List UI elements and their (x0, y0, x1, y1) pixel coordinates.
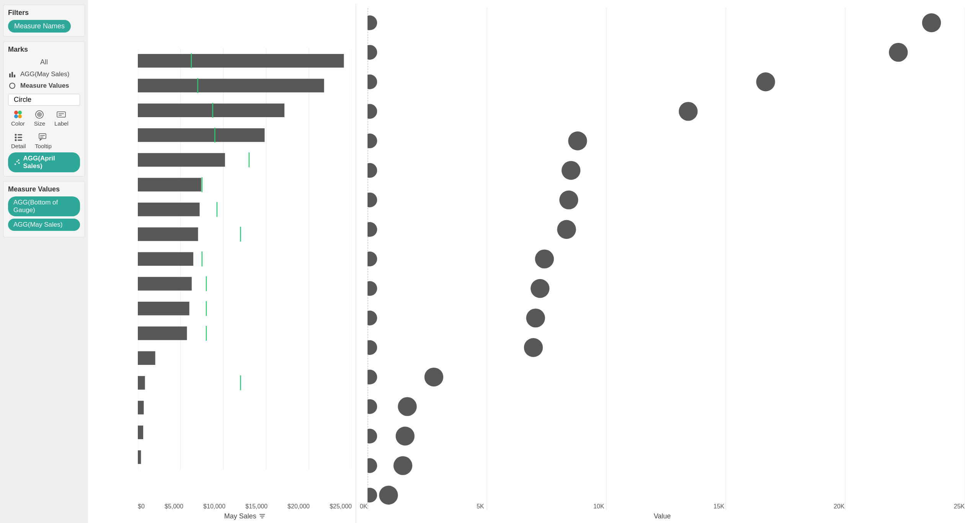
svg-point-19 (15, 139, 17, 141)
bar-tick-label: $0 (138, 503, 145, 510)
may-sales-pill[interactable]: AGG(May Sales) (8, 219, 80, 231)
detail-label: Detail (11, 143, 26, 149)
svg-point-94 (368, 15, 377, 30)
dot-tick-label: 25K (954, 503, 965, 510)
size-label: Size (34, 120, 45, 127)
svg-point-117 (425, 368, 443, 386)
scatter-icon (13, 159, 21, 166)
label-icon (56, 110, 66, 119)
bar-tick-label: $20,000 (287, 503, 310, 510)
svg-point-7 (14, 111, 18, 114)
agg-april-sales-pill[interactable]: AGG(April Sales) (8, 152, 80, 172)
bar-x-label-text: May Sales (224, 512, 256, 520)
bar-chart-panel: ChairsPhonesCopiersStorageMachinesAccess… (96, 4, 356, 523)
dot-x-label-text: Value (654, 512, 671, 520)
svg-rect-57 (138, 227, 198, 241)
svg-point-103 (562, 161, 580, 180)
svg-point-124 (368, 458, 377, 473)
detail-button[interactable]: Detail (8, 131, 29, 151)
svg-rect-23 (39, 134, 46, 139)
svg-rect-66 (138, 302, 189, 315)
svg-point-27 (16, 161, 18, 162)
svg-point-96 (368, 45, 377, 60)
svg-rect-69 (138, 327, 187, 340)
size-button[interactable]: Size (31, 108, 48, 128)
bar-tick-label: $25,000 (330, 503, 352, 510)
chart-container: ChairsPhonesCopiersStorageMachinesAccess… (96, 4, 972, 523)
filters-section: Filters Measure Names (3, 5, 85, 37)
measure-values-label: Measure Values (20, 82, 69, 90)
svg-point-98 (368, 74, 377, 89)
svg-point-100 (368, 104, 377, 119)
svg-rect-36 (138, 54, 344, 68)
svg-point-111 (531, 279, 549, 298)
svg-point-122 (368, 429, 377, 444)
label-button[interactable]: Label (51, 108, 72, 128)
svg-point-108 (368, 222, 377, 237)
svg-point-13 (39, 114, 40, 115)
circle-search-row (8, 94, 80, 106)
tooltip-label: Tooltip (35, 143, 51, 149)
svg-point-120 (368, 399, 377, 414)
filter-icon (259, 513, 266, 520)
marks-all-label: All (8, 57, 80, 69)
svg-point-9 (14, 114, 18, 118)
color-button[interactable]: Color (8, 108, 28, 128)
svg-point-11 (36, 111, 43, 118)
svg-point-107 (557, 220, 576, 239)
svg-point-95 (889, 43, 908, 62)
bar-tick-label: $15,000 (245, 503, 268, 510)
svg-rect-77 (138, 401, 144, 415)
bar-chart-icon (8, 70, 16, 78)
bottom-of-gauge-pill[interactable]: AGG(Bottom of Gauge) (8, 196, 80, 216)
svg-rect-14 (57, 112, 65, 117)
svg-point-101 (568, 131, 587, 150)
bar-x-axis-label: May Sales (138, 510, 352, 520)
dot-tick-label: 5K (477, 503, 484, 510)
svg-point-93 (922, 13, 941, 32)
svg-rect-79 (138, 425, 143, 439)
svg-point-12 (38, 113, 41, 116)
svg-point-106 (368, 193, 377, 208)
dot-tick-label: 10K (593, 503, 604, 510)
svg-rect-74 (138, 376, 145, 390)
svg-rect-22 (18, 140, 22, 141)
label-label: Label (54, 120, 69, 127)
dot-chart-panel: 0K5K10K15K20K25K Value (356, 4, 972, 523)
svg-point-3 (10, 83, 15, 88)
tooltip-button[interactable]: Tooltip (32, 131, 54, 151)
measure-values-section: Measure Values AGG(Bottom of Gauge) AGG(… (3, 181, 85, 237)
chart-panels: ChairsPhonesCopiersStorageMachinesAccess… (96, 4, 972, 523)
svg-rect-63 (138, 277, 192, 291)
svg-point-105 (559, 191, 578, 209)
svg-rect-48 (138, 153, 225, 167)
svg-point-125 (379, 486, 398, 505)
dot-x-axis-label: Value (360, 510, 965, 520)
svg-rect-60 (138, 252, 193, 266)
main-chart-area: ChairsPhonesCopiersStorageMachinesAccess… (88, 0, 980, 523)
marks-buttons-row2: Detail Tooltip (8, 131, 80, 151)
svg-rect-0 (9, 74, 11, 77)
bar-x-axis-ticks: $0$5,000$10,000$15,000$20,000$25,000 (138, 503, 352, 510)
svg-point-29 (18, 159, 20, 161)
svg-point-8 (18, 111, 22, 114)
size-icon (34, 110, 44, 119)
measure-names-filter[interactable]: Measure Names (8, 20, 71, 33)
svg-rect-39 (138, 79, 324, 93)
svg-point-123 (394, 456, 412, 475)
svg-point-10 (18, 114, 22, 118)
svg-point-121 (396, 427, 415, 445)
color-label: Color (11, 120, 25, 127)
bar-tick-label: $5,000 (165, 503, 183, 510)
svg-rect-21 (18, 137, 22, 138)
svg-point-104 (368, 163, 377, 178)
bar-chart-svg: ChairsPhonesCopiersStorageMachinesAccess… (138, 7, 352, 511)
left-panel: Filters Measure Names Marks All AGG(May … (0, 0, 88, 523)
detail-icon (13, 132, 23, 142)
color-icon (13, 110, 23, 119)
dot-chart-svg (368, 7, 965, 511)
svg-rect-81 (138, 450, 141, 464)
svg-rect-2 (14, 75, 15, 77)
bar-tick-label: $10,000 (203, 503, 225, 510)
svg-point-114 (368, 311, 377, 325)
